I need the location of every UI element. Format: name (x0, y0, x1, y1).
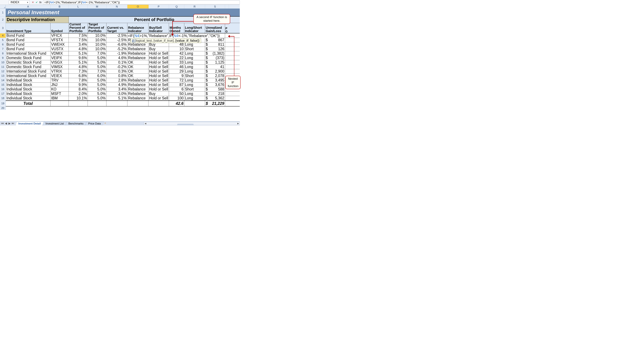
cell-reb[interactable]: Rebalance (128, 42, 148, 47)
cell-ls[interactable]: Long (184, 51, 205, 56)
tab-investment-list[interactable]: Investment List (42, 122, 67, 126)
cell-ls[interactable]: Long (184, 82, 205, 87)
cell-bs[interactable]: Hold or Sell (148, 87, 169, 92)
cell-type[interactable]: Individual Stock (6, 96, 50, 100)
cell-symbol[interactable]: IBM (50, 96, 69, 100)
cell-reb[interactable]: Rebalance (128, 96, 148, 100)
cell-symbol[interactable]: VEIPX (50, 56, 69, 60)
cell-type[interactable]: International Stock Fund (6, 69, 50, 74)
cell-reb[interactable]: OK (128, 65, 148, 69)
col-header-B[interactable]: B (50, 5, 69, 8)
fx-icon[interactable]: fx (38, 0, 42, 4)
row-header-7[interactable]: 7 (0, 47, 6, 51)
cell-ls[interactable]: Long (184, 92, 205, 96)
cell-ls[interactable]: Long (184, 78, 205, 82)
cell-type[interactable]: Domestic Stock Fund (6, 60, 50, 64)
cell-mo[interactable]: 22 (169, 56, 184, 60)
cell-gain[interactable]: $2,900 (205, 69, 225, 74)
row-header-3[interactable]: 3 (0, 23, 6, 34)
chevron-down-icon[interactable]: ▼ (27, 2, 28, 3)
select-all-button[interactable] (0, 5, 6, 8)
row-header-6[interactable]: 6 (0, 42, 6, 47)
cell-cur[interactable]: 5.1% (69, 60, 88, 64)
cell-bs[interactable]: Buy (148, 47, 169, 51)
cell-reb[interactable]: Rebalance (128, 56, 148, 60)
cell-type[interactable]: International Stock Fund (6, 51, 50, 56)
cell-cvt[interactable]: -2.5% (106, 38, 128, 42)
tab-prev-icon[interactable]: ◀ (4, 122, 8, 125)
cell-type[interactable]: Bond Fund (6, 47, 50, 51)
row-header-19[interactable]: 19 (0, 100, 6, 106)
row-header-9[interactable]: 9 (0, 56, 6, 60)
cell-tgt[interactable]: 5.0% (88, 60, 106, 64)
cell-symbol[interactable]: MSFT (50, 92, 69, 96)
cell-type[interactable]: Bond Fund (6, 42, 50, 47)
cell-mo[interactable]: 33 (169, 60, 184, 64)
row-header-16[interactable]: 16 (0, 87, 6, 92)
col-header-Q[interactable]: Q (169, 5, 184, 8)
cell-mo[interactable]: 46 (169, 65, 184, 69)
cell-cvt[interactable]: -0.2% (106, 65, 128, 69)
cell-cvt[interactable]: 2.8% (106, 78, 128, 82)
scroll-left-icon[interactable]: ◀ (144, 122, 147, 125)
col-header-N[interactable]: N (106, 5, 128, 8)
cell-reb[interactable]: OK (128, 69, 148, 74)
cell-type[interactable]: Individual Stock (6, 82, 50, 87)
col-header-L[interactable]: L (69, 5, 88, 8)
formula-input[interactable]: =IF(N4>1%,"Rebalance",IF(N4<-1%,"Rebalan… (43, 0, 240, 4)
cell-type[interactable]: Individual Stock (6, 92, 50, 96)
cell-reb[interactable]: Rebalance (128, 47, 148, 51)
name-box[interactable]: INDEX ▼ (9, 0, 30, 4)
cell-cur[interactable]: 7.5% (69, 38, 88, 42)
row-header-20[interactable]: 20 (0, 106, 6, 110)
cell-mo[interactable]: 87 (169, 82, 184, 87)
cell-mo[interactable]: 50 (169, 92, 184, 96)
cell-cvt[interactable]: -5.2% (106, 47, 128, 51)
cell-reb[interactable]: Rebalance (128, 87, 148, 92)
cell-gain[interactable]: $1,125 (205, 60, 225, 64)
cell-symbol[interactable]: VTRIX (50, 69, 69, 74)
row-header-14[interactable]: 14 (0, 78, 6, 82)
cell-mo[interactable]: 48 (169, 42, 184, 47)
cell-cur[interactable]: 10.1% (69, 96, 88, 100)
cell-ls[interactable]: Long (184, 69, 205, 74)
cell-reb[interactable]: Rebalance (128, 78, 148, 82)
cell-tgt[interactable]: 6.0% (88, 74, 106, 78)
cell-cvt[interactable]: 3.4% (106, 87, 128, 92)
col-header-T[interactable] (225, 5, 229, 8)
cell-tgt[interactable]: 7.0% (88, 69, 106, 74)
col-header-R[interactable]: R (184, 5, 205, 8)
cell-ls[interactable]: Short (184, 87, 205, 92)
cell-bs[interactable]: Hold or Sell (148, 69, 169, 74)
cell-tgt[interactable]: 5.0% (88, 96, 106, 100)
tab-first-icon[interactable]: ⏮ (1, 122, 4, 125)
cell-tgt[interactable]: 5.0% (88, 82, 106, 87)
cell-symbol[interactable]: TRV (50, 78, 69, 82)
cell-bs[interactable]: Hold or Sell (148, 56, 169, 60)
cell-bs[interactable]: Hold or Sell (148, 60, 169, 64)
cell-reb[interactable]: Rebalance (128, 51, 148, 56)
scroll-thumb[interactable] (178, 124, 194, 126)
horizontal-scrollbar[interactable]: ◀ ▶ (144, 122, 240, 125)
cell-symbol[interactable]: VFICX (50, 34, 69, 38)
cell-cvt[interactable]: 4.6% (106, 56, 128, 60)
col-header-S[interactable]: S (205, 5, 225, 8)
cell-bs[interactable]: Hold or Sell (148, 74, 169, 78)
tab-price-data[interactable]: Price Data (85, 122, 104, 126)
cell-mo[interactable]: 29 (169, 69, 184, 74)
cell-ls[interactable]: Short (184, 74, 205, 78)
enter-icon[interactable]: ✔ (35, 0, 38, 4)
cell-cvt[interactable]: -6.6% (106, 42, 128, 47)
col-header-M[interactable]: M (88, 5, 106, 8)
cell-symbol[interactable]: KO (50, 87, 69, 92)
scroll-right-icon[interactable]: ▶ (237, 122, 240, 125)
cell-cur[interactable]: 7.3% (69, 69, 88, 74)
cell-type[interactable]: Individual Stock (6, 78, 50, 82)
cell-symbol[interactable]: JNJ (50, 82, 69, 87)
cell-reb[interactable]: Rebalance (128, 82, 148, 87)
cell-cur[interactable]: 8.4% (69, 87, 88, 92)
cell-tgt[interactable]: 7.0% (88, 51, 106, 56)
cell-tgt[interactable]: 5.0% (88, 78, 106, 82)
row-header-8[interactable]: 8 (0, 51, 6, 56)
cell-tgt[interactable]: 5.0% (88, 92, 106, 96)
